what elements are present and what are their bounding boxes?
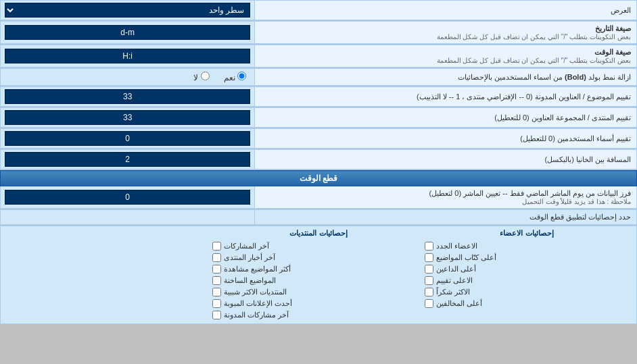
cb-last-posts-input[interactable]	[212, 242, 221, 251]
cb-top-violators-input[interactable]	[425, 299, 433, 308]
date-format-label: صيغة التاريخ بعض التكوينات يتطلب "/" الت…	[255, 22, 637, 44]
time-format-row: صيغة الوقت بعض التكوينات يتطلب "/" التي …	[1, 45, 637, 68]
checkboxes-section: إحصائيات الاعضاء إحصائيات المنتديات الاع…	[1, 226, 637, 324]
checkboxes-row: إحصائيات الاعضاء إحصائيات المنتديات الاع…	[1, 226, 637, 324]
limit-label-text: حدد إحصائيات لتطبيق قطع الوقت	[529, 213, 631, 221]
space-label: المسافة بين الخانيا (بالبكسل)	[255, 150, 637, 170]
checkboxes-col2: آخر المشاركات آخر أخبار المنتدى أكثر الم…	[207, 240, 419, 321]
bold-no-label[interactable]: لا	[193, 73, 209, 82]
date-format-sublabel: بعض التكوينات يتطلب "/" التي يمكن ان تضا…	[260, 33, 631, 41]
cb-highest-rated-input[interactable]	[425, 276, 433, 285]
display-label: العرض	[255, 1, 637, 20]
cb-top-invitors-input[interactable]	[425, 265, 433, 274]
space-row: المسافة بين الخانيا (بالبكسل)	[1, 150, 637, 170]
cb-highest-rated[interactable]: الاعلى تقييم	[425, 275, 626, 286]
time-cut-input-cell[interactable]	[1, 186, 255, 209]
username-sort-title: تقييم أسماء المستخدمين (0 للتعطيل)	[520, 134, 631, 142]
cb-popular-forums[interactable]: المنتديات الاكثر شببية	[212, 286, 413, 298]
bold-yes-radio[interactable]	[237, 72, 246, 80]
cb-hot-topics[interactable]: المواضيع الساخنة	[212, 275, 413, 286]
date-format-title: صيغة التاريخ	[260, 24, 631, 33]
col2-header-text: إحصائيات المنتديات	[289, 229, 347, 237]
time-format-sublabel: بعض التكوينات يتطلب "/" التي يمكن ان تضا…	[260, 57, 631, 64]
cb-blog-posts-input[interactable]	[212, 311, 221, 319]
forum-sort-input[interactable]	[5, 110, 250, 125]
limit-row: حدد إحصائيات لتطبيق قطع الوقت	[1, 210, 637, 225]
date-format-row: صيغة التاريخ بعض التكوينات يتطلب "/" الت…	[1, 22, 637, 44]
username-sort-input-cell[interactable]	[1, 129, 255, 149]
cb-top-violators[interactable]: أعلى المخالفين	[425, 298, 626, 309]
date-format-input[interactable]	[5, 25, 250, 40]
forum-sort-input-cell[interactable]	[1, 108, 255, 128]
topic-sort-title: تقييم الموضوع / العناوين المدونة (0 -- ا…	[417, 93, 631, 101]
cb-top-invitors[interactable]: أعلى الداعين	[425, 263, 626, 275]
forum-sort-label: تقييم المنتدى / المجموعة العناوين (0 للت…	[255, 108, 637, 128]
limit-label-cell: حدد إحصائيات لتطبيق قطع الوقت	[255, 210, 637, 225]
time-cut-header-row: قطع الوقت	[1, 171, 637, 186]
time-format-label: صيغة الوقت بعض التكوينات يتطلب "/" التي …	[255, 45, 637, 68]
cb-forum-news-input[interactable]	[212, 253, 221, 262]
checkboxes-col3	[6, 240, 207, 321]
topic-sort-input-cell[interactable]	[1, 87, 255, 107]
cb-most-viewed-input[interactable]	[212, 265, 221, 274]
time-format-input-cell[interactable]	[1, 45, 255, 68]
cb-blog-posts[interactable]: آخر مشاركات المدونة	[212, 309, 413, 321]
cb-popular-forums-input[interactable]	[212, 288, 221, 296]
forum-sort-row: تقييم المنتدى / المجموعة العناوين (0 للت…	[1, 108, 637, 128]
bold-title: ازالة نمط بولد (Bold) من اسماء المستخدمي…	[458, 73, 631, 81]
time-cut-sublabel: ملاحظة : هذا قد يزيد قليلاً وقت التحميل	[260, 198, 631, 205]
cb-new-members-input[interactable]	[425, 242, 433, 251]
time-cut-section-title: قطع الوقت	[1, 171, 637, 186]
username-sort-label: تقييم أسماء المستخدمين (0 للتعطيل)	[255, 129, 637, 149]
bold-radio-cell[interactable]: نعم لا	[1, 69, 255, 86]
checkboxes-col1: الاعضاء الجدد أعلى كتّاب المواضيع أعلى ا…	[419, 240, 631, 321]
col2-header: إحصائيات المنتديات	[214, 229, 423, 238]
time-format-title: صيغة الوقت	[260, 48, 631, 57]
topic-sort-label: تقييم الموضوع / العناوين المدونة (0 -- ا…	[255, 87, 637, 107]
cb-classifieds[interactable]: أحدث الإعلانات المبوبة	[212, 298, 413, 309]
forum-sort-title: تقييم المنتدى / المجموعة العناوين (0 للت…	[494, 113, 631, 122]
limit-empty-cell	[1, 210, 255, 225]
cb-hot-topics-input[interactable]	[212, 276, 221, 285]
display-input-cell[interactable]: سطر واحد متعدد	[1, 1, 255, 20]
display-row: العرض سطر واحد متعدد	[1, 1, 637, 20]
time-cut-row: فرز البيانات من يوم الماشر الماضي فقط --…	[1, 186, 637, 209]
col3-spacer	[6, 229, 214, 238]
topic-sort-input[interactable]	[5, 89, 250, 104]
space-input[interactable]	[5, 152, 250, 167]
col1-header-text: إحصائيات الاعضاء	[500, 229, 553, 237]
time-cut-field-label: فرز البيانات من يوم الماشر الماضي فقط --…	[255, 186, 637, 209]
bold-no-radio[interactable]	[201, 72, 210, 80]
cb-top-writers[interactable]: أعلى كتّاب المواضيع	[425, 252, 626, 263]
display-title-text: العرض	[611, 6, 631, 14]
display-select[interactable]: سطر واحد متعدد	[5, 3, 250, 18]
col1-header: إحصائيات الاعضاء	[423, 229, 631, 238]
date-format-input-cell[interactable]	[1, 22, 255, 44]
cb-top-writers-input[interactable]	[425, 253, 433, 262]
time-cut-main-label: فرز البيانات من يوم الماشر الماضي فقط --…	[260, 189, 631, 198]
cb-most-thanks[interactable]: الاكثر شكراً	[425, 286, 626, 298]
cb-classifieds-input[interactable]	[212, 299, 221, 308]
cb-most-viewed[interactable]: أكثر المواضيع مشاهدة	[212, 263, 413, 275]
cb-last-posts[interactable]: آخر المشاركات	[212, 240, 413, 252]
username-sort-row: تقييم أسماء المستخدمين (0 للتعطيل)	[1, 129, 637, 149]
bold-row: ازالة نمط بولد (Bold) من اسماء المستخدمي…	[1, 69, 637, 86]
time-cut-title-text: قطع الوقت	[300, 174, 337, 183]
time-format-input[interactable]	[5, 49, 250, 63]
cb-new-members[interactable]: الاعضاء الجدد	[425, 240, 626, 252]
bold-yes-label[interactable]: نعم	[222, 73, 247, 82]
time-cut-input[interactable]	[5, 190, 250, 205]
topic-sort-row: تقييم الموضوع / العناوين المدونة (0 -- ا…	[1, 87, 637, 107]
bold-label: ازالة نمط بولد (Bold) من اسماء المستخدمي…	[255, 69, 637, 86]
space-title: المسافة بين الخانيا (بالبكسل)	[545, 155, 632, 163]
cb-most-thanks-input[interactable]	[425, 288, 433, 296]
space-input-cell[interactable]	[1, 150, 255, 170]
username-sort-input[interactable]	[5, 131, 250, 146]
cb-forum-news[interactable]: آخر أخبار المنتدى	[212, 252, 413, 263]
